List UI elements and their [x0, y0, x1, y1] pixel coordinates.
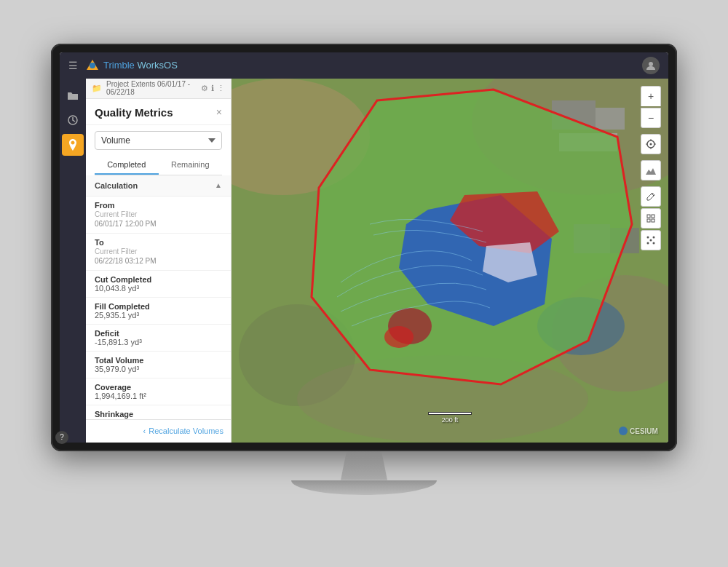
main-area: 📁 Project Extents 06/01/17 - 06/22/18 ⚙ … — [60, 79, 668, 443]
sidebar-item-pin[interactable] — [62, 134, 84, 156]
metric-from: From Current Filter 06/01/17 12:00 PM — [86, 197, 231, 234]
map-svg — [232, 79, 668, 443]
svg-point-25 — [650, 143, 652, 145]
sidebar-icons — [60, 79, 86, 443]
svg-rect-33 — [652, 219, 654, 222]
metric-deficit: Deficit -15,891.3 yd³ — [86, 325, 231, 352]
info-icon[interactable]: ℹ — [211, 84, 214, 93]
svg-rect-12 — [596, 108, 625, 130]
svg-rect-32 — [647, 219, 650, 222]
hamburger-icon[interactable]: ☰ — [68, 60, 78, 71]
nodes-button[interactable] — [641, 230, 661, 250]
metric-total-volume: Total Volume 35,979.0 yd³ — [86, 352, 231, 378]
recalc-arrow: ‹ — [143, 427, 146, 435]
svg-point-39 — [619, 427, 628, 435]
top-bar: ☰ Trimble WorksOS — [60, 52, 668, 79]
panel-header-date: Project Extents 06/01/17 - 06/22/18 — [106, 80, 197, 96]
logo-text: Trimble WorksOS — [103, 60, 178, 71]
svg-rect-30 — [647, 215, 650, 218]
tab-completed[interactable]: Completed — [95, 156, 159, 175]
monitor-wrap: ☰ Trimble WorksOS — [51, 44, 677, 524]
tab-remaining[interactable]: Remaining — [159, 156, 223, 175]
quality-panel: Quality Metrics × Volume Surface Cut/Fil… — [86, 99, 231, 443]
map-area[interactable]: + − — [232, 79, 668, 443]
metric-shrinkage: Shrinkage 0.0% — [86, 405, 231, 419]
quality-panel-header: Quality Metrics × — [86, 99, 231, 125]
calc-chevron: ▲ — [215, 181, 222, 189]
metric-coverage: Coverage 1,994,169.1 ft² — [86, 378, 231, 405]
locate-button[interactable] — [641, 134, 661, 154]
zoom-out-button[interactable]: − — [641, 108, 661, 128]
dropdown-row: Volume Surface Cut/Fill — [86, 125, 231, 156]
svg-point-37 — [653, 242, 655, 244]
monitor-base — [291, 480, 437, 495]
more-icon[interactable]: ⋮ — [217, 84, 225, 93]
monitor-body: ☰ Trimble WorksOS — [51, 44, 677, 451]
logo-area: Trimble WorksOS — [85, 58, 178, 73]
svg-rect-31 — [652, 215, 654, 218]
map-grid-button[interactable] — [641, 208, 661, 229]
recalculate-button[interactable]: ‹ Recalculate Volumes — [143, 427, 223, 435]
scale-label: 200 ft — [442, 416, 459, 424]
svg-point-3 — [649, 62, 653, 66]
tabs-row: Completed Remaining — [95, 156, 222, 175]
trimble-logo-icon — [85, 58, 100, 73]
metric-to: To Current Filter 06/22/18 03:12 PM — [86, 234, 231, 271]
calc-section: Calculation ▲ From Current Filter 06/01/… — [86, 175, 231, 419]
volume-dropdown[interactable]: Volume Surface Cut/Fill — [95, 131, 222, 150]
logo-trimble: Trimble — [103, 60, 137, 71]
terrain-button[interactable] — [641, 160, 661, 181]
folder-icon: 📁 — [92, 84, 102, 93]
cesium-watermark: CESIUM — [617, 425, 661, 438]
user-avatar[interactable] — [642, 57, 660, 74]
calc-section-header[interactable]: Calculation ▲ — [86, 175, 231, 197]
panel-header-controls: ⚙ ℹ ⋮ — [201, 84, 225, 93]
metric-fill-completed: Fill Completed 25,935.1 yd³ — [86, 298, 231, 325]
map-toolbar: + − — [641, 86, 661, 250]
panel-header-bar: 📁 Project Extents 06/01/17 - 06/22/18 ⚙ … — [86, 79, 231, 99]
svg-point-38 — [650, 239, 652, 241]
monitor-neck — [335, 451, 393, 480]
panel-footer: ‹ Recalculate Volumes — [86, 419, 231, 443]
sidebar-item-folder[interactable] — [62, 84, 84, 106]
svg-point-34 — [647, 236, 649, 238]
quality-panel-title: Quality Metrics — [95, 106, 173, 119]
sidebar-item-clock[interactable] — [62, 109, 84, 131]
cesium-logo: CESIUM — [617, 425, 661, 438]
scale-bar — [428, 412, 472, 415]
zoom-in-button[interactable]: + — [641, 86, 661, 106]
top-bar-right — [642, 57, 660, 74]
metric-cut-completed: Cut Completed 10,043.8 yd³ — [86, 271, 231, 298]
svg-text:CESIUM: CESIUM — [630, 427, 658, 435]
logo-worksos: WorksOS — [137, 60, 177, 71]
top-bar-left: ☰ Trimble WorksOS — [68, 58, 642, 73]
svg-point-36 — [647, 242, 649, 244]
screen: ☰ Trimble WorksOS — [60, 52, 668, 443]
quality-panel-close[interactable]: × — [216, 106, 222, 118]
edit-button[interactable] — [641, 186, 661, 207]
svg-rect-2 — [90, 63, 95, 68]
filter-icon[interactable]: ⚙ — [201, 84, 208, 93]
map-scale: 200 ft — [428, 412, 472, 424]
panel-area: 📁 Project Extents 06/01/17 - 06/22/18 ⚙ … — [86, 79, 232, 443]
svg-point-35 — [653, 236, 655, 238]
svg-point-23 — [384, 326, 414, 348]
